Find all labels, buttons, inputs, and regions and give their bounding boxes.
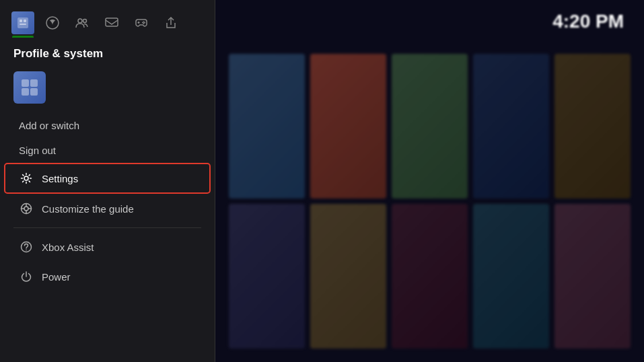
sidebar-panel: Profile & system Add or switch Sign out <box>0 0 215 362</box>
xbox-icon <box>45 15 60 30</box>
game-tile <box>392 54 468 198</box>
customize-guide-item[interactable]: Customize the guide <box>5 194 209 223</box>
svg-rect-15 <box>30 79 38 87</box>
power-icon <box>19 269 34 284</box>
svg-point-13 <box>144 22 145 24</box>
tab-messages[interactable] <box>98 8 125 38</box>
game-tile <box>310 54 386 198</box>
svg-rect-3 <box>20 24 26 25</box>
game-tile <box>473 54 549 198</box>
gear-icon <box>20 172 32 184</box>
game-tile <box>229 204 305 349</box>
game-grid <box>215 0 644 362</box>
svg-point-12 <box>142 22 143 24</box>
svg-rect-2 <box>24 20 26 22</box>
game-tile <box>229 54 305 198</box>
clock-time: 4:20 PM <box>552 12 624 31</box>
tab-people[interactable] <box>69 8 96 38</box>
game-tile <box>310 204 386 349</box>
settings-icon <box>19 171 34 186</box>
tab-xbox[interactable] <box>39 8 66 38</box>
people-icon <box>75 15 90 30</box>
tab-controller[interactable] <box>128 8 155 38</box>
share-icon <box>164 15 178 30</box>
svg-rect-16 <box>22 88 29 96</box>
svg-point-5 <box>78 19 82 23</box>
controller-icon <box>134 15 149 30</box>
question-icon <box>20 241 32 253</box>
svg-rect-1 <box>20 20 22 22</box>
svg-point-11 <box>143 23 145 24</box>
svg-rect-0 <box>17 17 28 28</box>
xbox-assist-icon <box>19 240 34 254</box>
messages-icon <box>104 15 119 30</box>
game-tile <box>392 204 468 349</box>
sign-out-item[interactable]: Sign out <box>5 139 209 162</box>
game-tile <box>554 204 631 349</box>
customize-icon <box>19 201 34 216</box>
guide-icon <box>20 203 32 215</box>
settings-item[interactable]: Settings <box>5 164 209 192</box>
svg-rect-7 <box>106 18 118 26</box>
power-item[interactable]: Power <box>5 262 209 291</box>
menu-separator <box>13 227 201 228</box>
svg-point-20 <box>24 207 28 211</box>
svg-point-22 <box>26 250 27 251</box>
avatar-row <box>0 67 215 113</box>
nav-tabs <box>0 0 215 38</box>
tab-share[interactable] <box>157 8 184 38</box>
svg-point-6 <box>83 20 87 23</box>
add-switch-item[interactable]: Add or switch <box>5 114 209 137</box>
game-tile <box>473 204 549 349</box>
profile-icon <box>16 16 30 30</box>
menu-items: Add or switch Sign out Settings <box>0 113 215 362</box>
svg-point-18 <box>24 176 28 180</box>
avatar[interactable] <box>13 71 46 104</box>
game-tile <box>554 54 631 198</box>
panel-title: Profile & system <box>0 38 215 67</box>
avatar-icon <box>20 77 40 98</box>
profile-icon-box <box>11 11 34 34</box>
power-button-icon <box>20 270 32 283</box>
clock: 4:20 PM <box>552 12 624 31</box>
svg-rect-17 <box>30 88 38 96</box>
tab-profile[interactable] <box>9 8 36 38</box>
xbox-assist-item[interactable]: Xbox Assist <box>5 233 209 261</box>
svg-rect-14 <box>22 79 29 87</box>
